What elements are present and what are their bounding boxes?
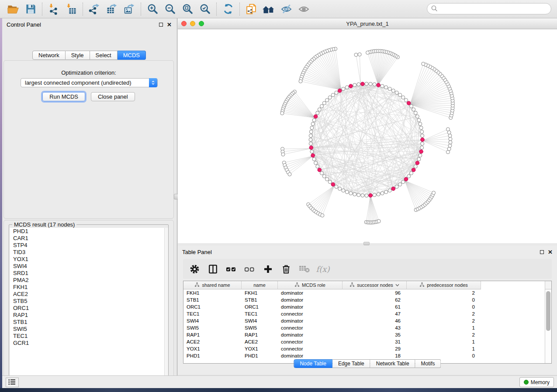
table-panel-titlebar: Table Panel ✕ [178,246,557,258]
toolbar-separator [141,3,141,16]
tab-mcds[interactable]: MCDS [118,51,146,60]
search-box[interactable] [427,3,551,14]
export-network-icon[interactable] [86,2,103,17]
mcds-result-item[interactable]: SWI4 [10,263,168,270]
table-row[interactable]: SWI4SWI4dominator462 [183,317,545,324]
node-table: shared namenameMCDS rolesuccessor nodesp… [183,281,552,364]
column-header-shared-name[interactable]: shared name [183,281,242,289]
table-row[interactable]: FKH1FKH1dominator962 [183,289,545,296]
tab-edge-table[interactable]: Edge Table [332,359,370,368]
table-row[interactable]: STB1STB1dominator620 [183,296,545,303]
mcds-result-item[interactable]: TEC1 [10,333,168,340]
float-table-panel-icon[interactable] [540,250,544,254]
mcds-result-item[interactable]: ORC1 [10,305,168,312]
tab-network[interactable]: Network [32,51,66,60]
close-table-panel-icon[interactable]: ✕ [548,250,553,254]
tab-style[interactable]: Style [66,51,90,60]
clear-table-icon [298,263,311,275]
table-cell: dominator [278,290,343,296]
table-vertical-scrollbar[interactable] [545,289,551,363]
list-icon [8,379,16,386]
show-glyph-icon[interactable] [295,2,312,17]
mcds-result-item[interactable]: FKH1 [10,284,168,291]
window-close-icon[interactable] [181,21,187,26]
column-header-successor-nodes[interactable]: successor nodes [343,281,407,289]
zoom-out-icon[interactable] [161,2,179,17]
org-chart-icon [194,282,200,288]
houses-icon[interactable] [260,2,277,17]
network-graph-canvas[interactable] [178,29,557,243]
task-history-button[interactable] [6,378,19,387]
tab-select[interactable]: Select [90,51,118,60]
table-cell: TEC1 [183,311,242,316]
save-icon[interactable] [22,2,39,17]
hide-glyph-icon[interactable] [277,2,295,17]
mcds-result-item[interactable]: ACE2 [10,291,168,298]
result-list-scrollbar[interactable] [164,228,168,383]
table-row[interactable]: ORC1ORC1dominator610 [183,303,545,310]
tab-network-table[interactable]: Network Table [370,359,415,368]
search-input[interactable] [438,4,551,13]
float-panel-icon[interactable] [159,23,163,27]
trash-icon[interactable] [280,263,292,275]
table-cell: dominator [278,332,343,337]
table-cell: 1 [407,346,481,351]
zoom-in-icon[interactable] [144,2,161,17]
run-mcds-button[interactable]: Run MCDS [42,92,85,101]
table-row[interactable]: TEC1TEC1connector472 [183,310,545,317]
close-panel-button[interactable]: Close panel [91,92,135,101]
zoom-selected-icon[interactable] [196,2,214,17]
import-network-icon[interactable] [45,2,62,17]
table-toolbar: f(x) [183,259,552,279]
table-row[interactable]: SWI5SWI5connector431 [183,324,545,331]
table-row[interactable]: PHD1PHD1dominator180 [183,352,545,359]
mcds-result-item[interactable]: PMA2 [10,277,168,284]
mcds-result-item[interactable]: SWI5 [10,326,168,333]
dropdown-stepper-icon [149,78,157,87]
memory-button[interactable]: Memory [519,377,554,387]
table-cell: 18 [343,353,407,358]
tab-motifs[interactable]: Motifs [415,359,441,368]
mcds-result-item[interactable]: YOX1 [10,256,168,263]
table-scrollbar-thumb[interactable] [546,291,550,331]
column-header-MCDS-role[interactable]: MCDS role [278,281,343,289]
import-table-icon[interactable] [62,2,80,17]
open-file-icon[interactable] [4,2,22,17]
criterion-dropdown[interactable]: largest connected component (undirected) [21,78,158,87]
mcds-result-list[interactable]: PHD1CAR1STP4TID3YOX1SWI4SRD1PMA2FKH1ACE2… [10,228,168,383]
gear-icon[interactable] [188,263,201,275]
table-row[interactable]: RAP1RAP1dominator352 [183,331,545,338]
mcds-result-item[interactable]: SRD1 [10,270,168,277]
export-image-icon[interactable] [121,2,138,17]
plus-icon[interactable] [262,263,274,275]
window-maximize-icon[interactable] [199,21,204,26]
satellite-nodes[interactable] [280,47,455,224]
mcds-result-item[interactable]: TID3 [10,249,168,256]
mcds-result-item[interactable]: GCR1 [10,340,168,347]
clone-network-icon[interactable] [242,2,260,17]
column-header-name[interactable]: name [242,281,278,289]
mcds-result-item[interactable]: PHD1 [10,228,168,235]
network-window-titlebar[interactable]: YPA_prune.txt_1 [178,18,557,29]
mcds-result-item[interactable]: STB5 [10,298,168,305]
columns-icon[interactable] [207,263,219,275]
table-row[interactable]: ACE2ACE2connector311 [183,338,545,345]
window-minimize-icon[interactable] [190,21,195,26]
table-cell: dominator [278,304,343,309]
close-panel-icon[interactable]: ✕ [167,23,172,27]
mcds-result-item[interactable]: RAP1 [10,312,168,319]
mcds-result-item[interactable]: STP4 [10,242,168,249]
select-all-icon[interactable] [225,263,237,275]
zoom-fit-icon[interactable] [179,2,196,17]
org-chart-icon [419,282,425,288]
table-row[interactable]: YOX1YOX1connector291 [183,345,545,352]
table-cell: ORC1 [183,304,242,309]
horizontal-splitter-handle[interactable] [363,242,370,245]
mcds-result-item[interactable]: CAR1 [10,235,168,242]
unselect-all-icon[interactable] [243,263,256,275]
tab-node-table[interactable]: Node Table [294,359,332,368]
export-table-icon[interactable] [103,2,121,17]
refresh-icon[interactable] [219,2,237,17]
mcds-result-item[interactable]: STB1 [10,319,168,326]
column-header-predecessor-nodes[interactable]: predecessor nodes [407,281,481,289]
